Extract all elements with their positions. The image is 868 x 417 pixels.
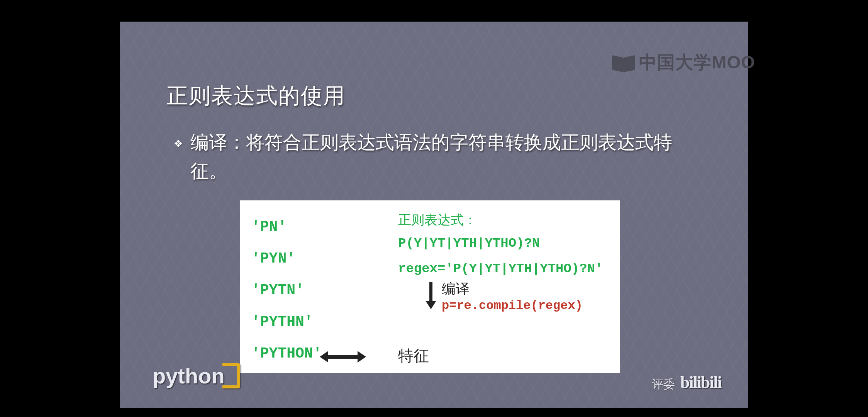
bracket-icon [222, 363, 240, 388]
list-item: 'PYTHN' [251, 306, 322, 338]
slide-title: 正则表达式的使用 [166, 81, 346, 111]
bili-logo: bilibili [680, 373, 721, 392]
example-box: 'PN' 'PYN' 'PYTN' 'PYTHN' 'PYTHON' 正则表达式… [240, 200, 620, 373]
list-item: 'PN' [251, 211, 322, 243]
compile-code: p=re.compile(regex) [442, 298, 583, 313]
arrow-down-icon [426, 282, 436, 309]
book-icon [612, 56, 635, 72]
bili-label: 评委 [652, 376, 675, 392]
bullet-text: 编译：将符合正则表达式语法的字符串转换成正则表达式特征。 [190, 128, 677, 186]
string-list: 'PN' 'PYN' 'PYTN' 'PYTHN' 'PYTHON' [251, 211, 322, 370]
list-item: 'PYTN' [251, 275, 322, 306]
mooc-text: 中国大学MOO [639, 51, 755, 75]
list-item: 'PYTHON' [251, 338, 322, 370]
feature-label: 特征 [398, 345, 429, 366]
slide: 中国大学MOO 正则表达式的使用 ❖ 编译：将符合正则表达式语法的字符串转换成正… [120, 22, 748, 408]
regex-expression: P(Y|YT|YTH|YTHO)?N [398, 236, 540, 251]
regex-assignment: regex='P(Y|YT|YTH|YTHO)?N' [398, 261, 603, 276]
compile-label: 编译 [442, 280, 470, 298]
python-word: python [153, 363, 225, 388]
regex-label: 正则表达式： [398, 211, 477, 229]
bilibili-watermark: 评委 bilibili [652, 373, 721, 392]
mooc-watermark: 中国大学MOO [612, 51, 755, 75]
bullet-icon: ❖ [174, 140, 181, 147]
python-logo: python [153, 363, 240, 388]
double-arrow-icon [320, 350, 366, 363]
list-item: 'PYN' [251, 243, 322, 275]
